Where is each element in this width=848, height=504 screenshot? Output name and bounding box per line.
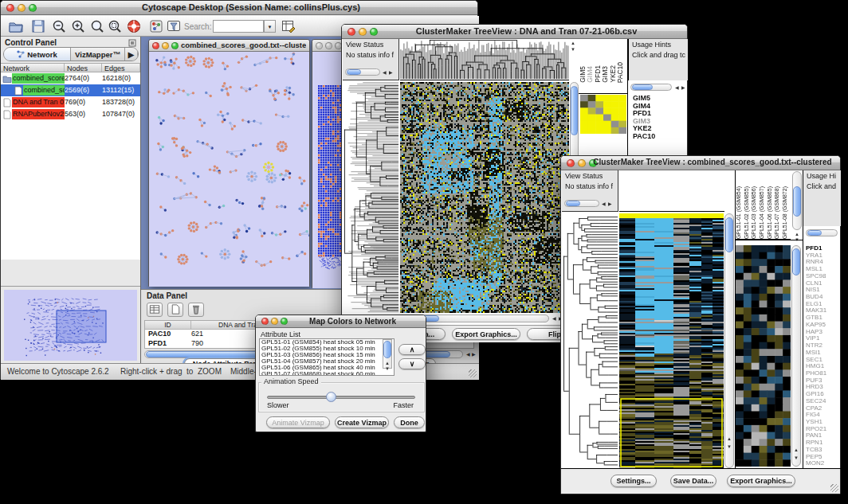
scroll-up-icon[interactable]: ▲ [795, 232, 799, 236]
gene-label[interactable]: PAN1 [806, 432, 826, 440]
attribute-item[interactable]: GPL51-07 (GSM868) heat shock 60 min [260, 371, 394, 376]
col-network[interactable]: Network [1, 64, 65, 72]
done-button[interactable]: Done [394, 416, 425, 428]
scroll-left-icon[interactable]: ◀ [383, 70, 387, 75]
view-status-scrollbar[interactable] [564, 200, 599, 207]
network-table-header[interactable]: Network Nodes Edges [1, 63, 140, 72]
tv2-titlebar[interactable]: ClusterMaker TreeView : combined_scores_… [561, 156, 840, 170]
tv1-usage-scrollbar[interactable] [630, 84, 672, 91]
network-row[interactable]: combined_scores 2764(0) 16218(0) [1, 72, 140, 84]
save-icon[interactable] [31, 19, 45, 33]
gene-label[interactable]: YRA1 [806, 252, 826, 260]
column-label[interactable]: GIM3 [601, 66, 608, 83]
gene-label[interactable]: RNR4 [806, 259, 826, 266]
gene-label[interactable]: BUD4 [806, 294, 826, 301]
close-icon[interactable] [567, 159, 575, 167]
zoom-fit-icon[interactable] [108, 19, 122, 33]
column-label[interactable]: GPL51-08 (GSM872) [782, 186, 790, 239]
window-controls[interactable] [152, 42, 179, 49]
tv2-zoom-scrollbar[interactable] [791, 245, 801, 467]
birdseye-view[interactable] [4, 290, 137, 361]
zoom-in-icon[interactable] [71, 19, 85, 33]
tv1-column-dendrogram[interactable] [400, 39, 569, 79]
gene-label[interactable]: MSL1 [806, 266, 826, 273]
gene-label[interactable]: PEP5 [806, 454, 826, 461]
tv2-collabel-scrollbar[interactable] [792, 171, 802, 230]
gene-label[interactable]: KAP95 [806, 322, 826, 329]
tv1-heatmap[interactable] [400, 82, 569, 313]
new-page-icon-button[interactable] [167, 303, 183, 317]
gene-label[interactable]: GTB1 [806, 315, 826, 322]
network-row[interactable]: DNA and Tran 07 769(0) 183728(0) [1, 96, 140, 108]
gene-label[interactable]: RPO21 [806, 426, 826, 433]
column-label[interactable]: YKE2 [609, 65, 616, 83]
tv1-zoom-matrix[interactable] [580, 95, 626, 134]
scroll-left-icon[interactable]: ◀ [602, 201, 606, 206]
gene-label[interactable]: ELG1 [806, 301, 826, 308]
gene-label[interactable]: TCB3 [806, 447, 826, 454]
zoom-out-icon[interactable] [52, 19, 66, 33]
tv2-heatmap[interactable] [619, 213, 724, 468]
gene-label[interactable]: CPA2 [806, 405, 826, 412]
gene-label[interactable]: NIS1 [806, 287, 826, 294]
gene-label[interactable]: FIG4 [806, 412, 826, 419]
tv2-row-dendrogram[interactable] [562, 213, 618, 468]
open-folder-icon[interactable] [9, 19, 23, 33]
tv2-vscrollbar[interactable] [724, 213, 734, 468]
help-lifesaver-icon[interactable] [127, 19, 141, 33]
scroll-right-icon[interactable]: ▶ [472, 352, 476, 357]
vizmapper-icon[interactable] [149, 19, 163, 33]
gene-label[interactable]: MAK31 [806, 307, 826, 315]
tv2-usage-scrollbar[interactable] [806, 229, 838, 236]
close-icon[interactable] [347, 28, 355, 36]
speed-slider-track[interactable] [267, 396, 415, 399]
column-label[interactable]: GPL51-07 (GSM868) [774, 186, 782, 239]
scroll-right-icon[interactable]: ▶ [608, 201, 612, 206]
close-icon[interactable] [152, 42, 159, 49]
network-view-window[interactable]: combined_scores_good.txt--cluste... [148, 39, 310, 287]
speed-slider-thumb[interactable] [326, 392, 336, 402]
gene-label[interactable]: HAP3 [806, 329, 826, 336]
col-edges[interactable]: Edges [102, 64, 140, 72]
scroll-right-icon[interactable]: ▶ [389, 70, 393, 75]
gene-label[interactable]: CLN1 [806, 280, 826, 287]
tv2-zoom-heatmap[interactable] [736, 245, 791, 467]
network-graph-canvas[interactable] [149, 52, 309, 287]
scroll-down-icon[interactable]: ▼ [794, 455, 799, 460]
gene-label[interactable]: SPC98 [806, 273, 826, 280]
column-label[interactable]: GIM4 [586, 66, 593, 83]
scroll-up-icon[interactable]: ▲ [794, 447, 799, 452]
close-icon[interactable] [261, 318, 269, 325]
dialog-titlebar[interactable]: Map Colors to Network [256, 315, 426, 328]
close-icon[interactable] [316, 42, 323, 49]
move-down-button[interactable]: ∨ [398, 358, 426, 369]
tab-overflow-arrow[interactable]: ▶ [125, 48, 138, 61]
minimize-icon[interactable] [271, 318, 278, 325]
gene-label[interactable]: MSI1 [806, 350, 826, 357]
create-vizmap-button[interactable]: Create Vizmap [335, 416, 389, 428]
column-label[interactable]: GPL51-03 (GSM856) [751, 186, 759, 239]
scroll-down-icon[interactable]: ▼ [385, 366, 390, 371]
export-graphics-button[interactable]: Export Graphics... [727, 475, 795, 487]
minimize-icon[interactable] [325, 42, 332, 49]
table-icon-button[interactable] [147, 303, 163, 317]
gene-label[interactable]: NTR2 [806, 342, 826, 350]
column-label[interactable]: GPL51-06 (GSM865) [767, 186, 775, 239]
tv1-titlebar[interactable]: ClusterMaker TreeView : DNA and Tran 07-… [342, 25, 687, 39]
attribute-browser-icon[interactable] [281, 19, 296, 33]
row-label[interactable]: PAC10 [633, 133, 655, 141]
network-row[interactable]: RNAPuberNov2+| 563(0) 107847(0) [1, 108, 140, 120]
col-id[interactable]: ID [145, 321, 191, 329]
scroll-right-icon[interactable]: ▶ [681, 85, 685, 90]
move-up-button[interactable]: ∧ [398, 344, 426, 355]
column-label[interactable]: GPL51-01 (GSM854) [736, 186, 744, 239]
minimize-icon[interactable] [359, 28, 367, 36]
gene-label[interactable]: SEC1 [806, 357, 826, 364]
save-data-button[interactable]: Save Data... [670, 475, 716, 487]
tab-network[interactable]: Network [4, 48, 71, 61]
scroll-up-icon[interactable]: ▲ [727, 436, 732, 441]
column-label[interactable]: GIM5 [579, 66, 586, 83]
gene-label[interactable]: PFD1 [806, 245, 826, 252]
export-graphics-button[interactable]: Export Graphics... [452, 328, 520, 340]
gene-label[interactable]: YSH1 [806, 419, 826, 426]
